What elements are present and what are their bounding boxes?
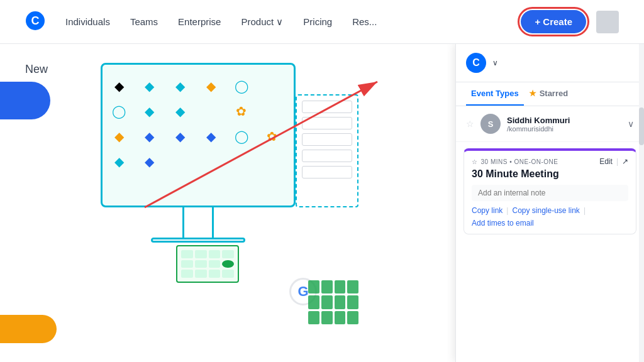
- green-cell: [335, 295, 346, 309]
- green-cell: [347, 280, 358, 293]
- blob-orange: [0, 315, 57, 343]
- key: [181, 250, 193, 258]
- grid-cell: ◆: [108, 150, 130, 173]
- external-link-icon[interactable]: ↗: [622, 157, 628, 166]
- add-times-to-email[interactable]: Add times to email: [472, 219, 534, 228]
- monitor-side-panel: [296, 94, 358, 207]
- green-cell: [335, 280, 346, 293]
- internal-note-input[interactable]: [472, 185, 628, 201]
- user-name: Siddhi Kommuri: [507, 116, 628, 125]
- tab-starred[interactable]: ★ Starred: [524, 82, 574, 106]
- left-content: New ◆ ◆ ◆ ◆ ◯ ◯ ◆ ◆: [0, 44, 455, 362]
- panel-header: C ∨: [456, 44, 644, 82]
- nav-link-teams[interactable]: Teams: [130, 16, 158, 27]
- panel-tabs: Event Types ★ Starred: [456, 82, 644, 106]
- main-content: New ◆ ◆ ◆ ◆ ◯ ◯ ◆ ◆: [0, 44, 644, 362]
- user-star-icon: ☆: [466, 119, 474, 129]
- grid-cell: [199, 100, 222, 123]
- event-meta: ☆ 30 MINS • ONE-ON-ONE Edit | ↗: [472, 157, 628, 166]
- grid-cell: ◯: [230, 75, 253, 97]
- create-button[interactable]: + Create: [521, 10, 586, 33]
- event-card-inner: ☆ 30 MINS • ONE-ON-ONE Edit | ↗ 30 Minut…: [464, 151, 636, 234]
- grid-cell: ◆: [169, 100, 191, 123]
- grid-cell: [260, 150, 283, 173]
- grid-cell: ◯: [230, 125, 253, 148]
- green-cell: [308, 280, 319, 293]
- green-grid: [308, 280, 358, 324]
- green-cell: [335, 311, 346, 324]
- svg-text:C: C: [31, 14, 40, 27]
- event-actions: Edit | ↗: [599, 157, 628, 166]
- star-icon: ★: [529, 89, 536, 98]
- event-meta-left: ☆ 30 MINS • ONE-ON-ONE: [472, 158, 558, 165]
- grid-cell: ◆: [138, 75, 161, 97]
- user-row[interactable]: ☆ S Siddhi Kommuri /kommurisiddhi ∨: [456, 106, 644, 142]
- copy-link[interactable]: Copy link: [472, 206, 502, 215]
- green-cell: [321, 280, 333, 293]
- nav-link-pricing[interactable]: Pricing: [303, 16, 332, 27]
- user-chevron-icon[interactable]: ∨: [628, 119, 634, 129]
- key: [222, 270, 234, 278]
- tab-event-types[interactable]: Event Types: [466, 82, 524, 106]
- nav-link-individuals[interactable]: Individuals: [65, 16, 110, 27]
- monitor-illustration: ◆ ◆ ◆ ◆ ◯ ◯ ◆ ◆ ✿ ◆ ◆ ◆ ◆: [101, 63, 346, 302]
- grid-cell: [260, 100, 283, 123]
- side-rect: [302, 101, 352, 113]
- key: [222, 250, 234, 258]
- side-rect: [302, 166, 352, 178]
- key: [181, 270, 193, 278]
- side-rect: [302, 117, 352, 129]
- create-button-wrapper: + Create: [518, 8, 589, 36]
- nav-logo[interactable]: C: [25, 11, 45, 33]
- logo-chevron-icon: ∨: [492, 58, 498, 67]
- key: [209, 270, 221, 278]
- right-panel: C ∨ Event Types ★ Starred ☆ S Siddhi Kom…: [455, 44, 644, 362]
- grid-cell: ◆: [199, 125, 222, 148]
- key: [209, 250, 221, 258]
- grid-cell: [260, 75, 283, 97]
- link-divider: |: [506, 206, 508, 215]
- grid-cell: ◆: [108, 125, 130, 148]
- key: [195, 260, 207, 268]
- event-links: Copy link | Copy single-use link | Add t…: [472, 206, 628, 228]
- nav-links: Individuals Teams Enterprise Product ∨ P…: [65, 16, 518, 28]
- nav-link-product[interactable]: Product ∨: [241, 16, 283, 28]
- nav-right: + Create: [518, 8, 619, 36]
- key: [209, 260, 221, 268]
- grid-cell: ✿: [260, 125, 283, 148]
- key: [195, 250, 207, 258]
- green-cell: [308, 295, 319, 309]
- green-cell: [347, 295, 358, 309]
- nav-link-resources[interactable]: Res...: [352, 16, 377, 27]
- event-title: 30 Minute Meeting: [472, 168, 628, 180]
- grid-cell: ◆: [138, 150, 161, 173]
- monitor-grid: ◆ ◆ ◆ ◆ ◯ ◯ ◆ ◆ ✿ ◆ ◆ ◆ ◆: [103, 70, 294, 178]
- scrollbar-thumb[interactable]: [639, 107, 644, 145]
- navbar: C Individuals Teams Enterprise Product ∨…: [0, 0, 644, 44]
- grid-cell: [169, 150, 191, 173]
- star-outline-icon: ☆: [472, 158, 478, 165]
- nav-link-enterprise[interactable]: Enterprise: [178, 16, 221, 27]
- grid-cell: [230, 150, 253, 173]
- event-meta-text: 30 MINS • ONE-ON-ONE: [481, 158, 558, 165]
- keyboard-illustration: [176, 245, 239, 283]
- key-special: [222, 260, 234, 268]
- green-cell: [321, 311, 333, 324]
- grid-cell: ◯: [108, 100, 130, 123]
- monitor-base: [151, 238, 245, 243]
- grid-cell: ◆: [138, 125, 161, 148]
- green-cell: [308, 311, 319, 324]
- user-avatar: S: [480, 114, 501, 134]
- monitor-screen: ◆ ◆ ◆ ◆ ◯ ◯ ◆ ◆ ✿ ◆ ◆ ◆ ◆: [101, 63, 296, 207]
- grid-cell: ◆: [199, 75, 222, 97]
- monitor-stand: [182, 207, 214, 239]
- copy-single-use-link[interactable]: Copy single-use link: [512, 206, 579, 215]
- grid-cell: ✿: [230, 100, 253, 123]
- side-rect: [302, 150, 352, 162]
- grid-cell: ◆: [169, 125, 191, 148]
- key: [181, 260, 193, 268]
- green-cell: [321, 295, 333, 309]
- edit-link[interactable]: Edit: [599, 157, 613, 166]
- user-handle: /kommurisiddhi: [507, 125, 628, 133]
- grid-cell: ◆: [108, 75, 130, 97]
